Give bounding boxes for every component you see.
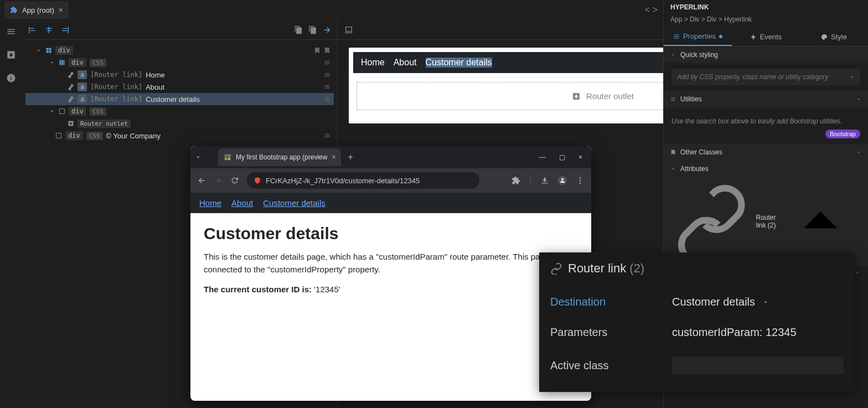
section-quick-styling[interactable]: Quick styling — [664, 47, 868, 63]
close-window-icon[interactable]: × — [578, 153, 582, 161]
more-icon[interactable] — [576, 176, 585, 185]
grid-icon — [45, 47, 52, 54]
css-search-input[interactable]: Add by CSS property, class name or utili… — [671, 69, 860, 85]
tree-row-div-nav[interactable]: div CSS — [25, 56, 334, 69]
menu-icon — [324, 132, 330, 139]
close-icon[interactable]: × — [332, 153, 335, 161]
minimize-icon[interactable]: — — [539, 153, 546, 161]
panel-header: HYPERLINK — [664, 0, 868, 14]
chevron-down-icon[interactable] — [195, 154, 202, 161]
svg-rect-2 — [225, 154, 228, 157]
profile-icon[interactable] — [558, 176, 567, 185]
popup-parameters: Parameters customerIdParam: 12345 — [550, 317, 844, 348]
bootstrap-badge[interactable]: Bootstrap — [825, 130, 860, 138]
align-center-icon[interactable] — [44, 25, 53, 34]
browser-tab[interactable]: My first Bootstrap app (preview × — [218, 148, 341, 166]
popup-active-class: Active class — [550, 348, 844, 383]
chevron-down-icon — [49, 59, 55, 66]
close-icon[interactable]: × — [59, 6, 63, 14]
dot-icon — [719, 35, 722, 38]
clone-icon[interactable] — [308, 25, 317, 34]
menu-icon — [324, 84, 330, 90]
chevron-down-icon — [670, 52, 676, 58]
list-icon — [673, 33, 680, 40]
maximize-icon[interactable]: ▢ — [559, 153, 565, 161]
tree-row-link-about[interactable]: a [Router link] About — [25, 81, 334, 93]
chevron-down-icon — [855, 270, 860, 276]
tag-icon — [324, 47, 330, 54]
tree-row-link-home[interactable]: a [Router link] Home — [25, 69, 334, 81]
chevron-down-icon — [35, 47, 42, 54]
popup-header: Router link (2) — [550, 261, 844, 276]
app-tab-label: App (root) — [22, 6, 54, 14]
browser-content: Home About Customer details Customer det… — [190, 193, 591, 315]
quick-styling-body: Add by CSS property, class name or utili… — [664, 63, 868, 91]
new-tab-button[interactable]: + — [348, 152, 353, 162]
popup-destination: Destination Customer details — [550, 287, 844, 317]
browser-toolbar: FCrKAzHjZ-/k_J7tr1V0d/customer-details/1… — [190, 168, 591, 193]
app-icon — [224, 153, 231, 161]
app-tab[interactable]: App (root) × — [4, 1, 69, 19]
chevron-up-icon — [856, 96, 861, 102]
download-icon[interactable] — [540, 176, 549, 185]
info-icon[interactable] — [6, 73, 16, 83]
extension-icon[interactable] — [512, 176, 520, 185]
destination-dropdown[interactable]: Customer details — [672, 296, 769, 308]
tree-row-div[interactable]: div — [25, 44, 334, 56]
align-left-icon[interactable] — [28, 25, 37, 34]
breadcrumb: App > Div > Div > Hyperlink — [664, 14, 868, 28]
palette-icon — [821, 34, 828, 40]
back-icon[interactable] — [197, 176, 206, 185]
align-right-icon[interactable] — [61, 25, 70, 34]
svg-rect-5 — [228, 158, 231, 161]
link-home[interactable]: Home — [199, 198, 221, 208]
menu-icon[interactable] — [6, 27, 16, 37]
copy-icon[interactable] — [294, 25, 303, 34]
outlet-icon — [68, 120, 74, 127]
section-utilities[interactable]: Utilities — [664, 91, 868, 107]
link-customer[interactable]: Customer details — [263, 198, 326, 208]
nav-home[interactable]: Home — [361, 58, 385, 68]
page-title: Customer details — [204, 224, 578, 243]
chevron-down-icon — [49, 108, 55, 115]
export-icon[interactable] — [6, 50, 16, 60]
link-icon — [68, 96, 74, 102]
sliders-icon — [670, 96, 676, 102]
chevron-down-icon — [670, 166, 676, 172]
tab-events[interactable]: Events — [732, 28, 800, 46]
nav-about[interactable]: About — [394, 58, 417, 68]
tab-properties[interactable]: Properties — [664, 28, 732, 46]
link-icon — [68, 71, 74, 78]
svg-rect-3 — [228, 154, 231, 157]
active-class-input[interactable] — [672, 357, 844, 374]
element-tree: div div CSS a [Router link] Home — [22, 40, 337, 146]
tab-style[interactable]: Style — [800, 28, 868, 46]
tree-row-company[interactable]: div CSS © Your Company — [25, 130, 334, 142]
forward-icon[interactable] — [214, 176, 223, 185]
bolt-icon — [750, 34, 757, 40]
link-icon — [68, 84, 74, 90]
address-bar[interactable]: FCrKAzHjZ-/k_J7tr1V0d/customer-details/1… — [247, 172, 479, 189]
section-attributes[interactable]: Attributes — [664, 161, 868, 177]
reload-icon[interactable] — [230, 176, 239, 185]
link-about[interactable]: About — [231, 198, 253, 208]
puzzle-icon — [10, 6, 18, 14]
tree-row-router-outlet[interactable]: Router outlet — [25, 117, 334, 130]
utilities-body: Use the search box above to easily add B… — [664, 107, 868, 144]
device-icon[interactable] — [344, 25, 353, 34]
section-other-classes[interactable]: Other Classes — [664, 144, 868, 161]
svg-point-7 — [580, 180, 581, 182]
tree-row-div-outlet[interactable]: div CSS — [25, 105, 334, 117]
box-icon — [59, 108, 65, 115]
customer-id-line: The current customer ID is: '12345' — [204, 283, 578, 296]
page-body: Customer details This is the customer de… — [190, 213, 591, 315]
box-icon — [55, 132, 62, 139]
chevron-down-icon — [762, 298, 769, 306]
arrow-right-icon[interactable] — [323, 25, 332, 34]
outlet-icon — [572, 92, 581, 101]
browser-window: My first Bootstrap app (preview × + — ▢ … — [190, 146, 591, 401]
nav-customer[interactable]: Customer details — [426, 58, 492, 68]
link-icon — [671, 182, 751, 261]
svg-point-6 — [580, 177, 581, 179]
tree-row-link-customer[interactable]: a [Router link] Customer details — [25, 93, 334, 105]
